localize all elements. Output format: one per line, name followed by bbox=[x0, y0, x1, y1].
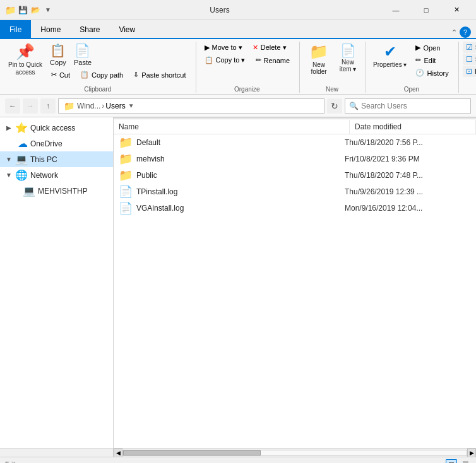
col-date-header[interactable]: Date modified bbox=[350, 120, 476, 134]
save-icon: 💾 bbox=[18, 5, 28, 15]
select-all-button[interactable]: ☑ Select all bbox=[463, 42, 476, 53]
history-icon: 🕐 bbox=[415, 69, 424, 77]
folder-icon: 📁 bbox=[5, 5, 15, 15]
main-area: ▶ ⭐ Quick access ☁ OneDrive ▼ 💻 This PC … bbox=[0, 117, 476, 448]
open-icon: 📂 bbox=[30, 5, 40, 15]
file-name-vgainstall: VGAinstall.log bbox=[136, 204, 341, 213]
clipboard-group: 📌 Pin to Quickaccess 📋 Copy 📄 Paste bbox=[3, 42, 196, 93]
quick-access-label: Quick access bbox=[30, 124, 75, 132]
tab-view[interactable]: View bbox=[109, 20, 145, 38]
back-button[interactable]: ← bbox=[5, 98, 20, 114]
sidebar-item-quick-access[interactable]: ▶ ⭐ Quick access bbox=[0, 120, 113, 136]
tab-share[interactable]: Share bbox=[70, 20, 109, 38]
select-buttons: ☑ Select all ☐ Select none ⊡ Invert sele… bbox=[463, 42, 476, 77]
clipboard-label: Clipboard bbox=[5, 85, 191, 93]
open-button[interactable]: ▶ Open bbox=[411, 42, 453, 54]
expand-arrow-network[interactable]: ▼ bbox=[5, 172, 13, 179]
search-input[interactable] bbox=[361, 102, 467, 110]
copy-path-button[interactable]: 📋 Copy path bbox=[76, 69, 128, 81]
sidebar-item-onedrive[interactable]: ☁ OneDrive bbox=[0, 136, 113, 151]
select-group-content: ☑ Select all ☐ Select none ⊡ Invert sele… bbox=[463, 42, 476, 85]
select-none-button[interactable]: ☐ Select none bbox=[463, 54, 476, 65]
cut-button[interactable]: ✂ Cut bbox=[47, 69, 74, 81]
new-item-button[interactable]: 📄 Newitem ▾ bbox=[335, 42, 360, 74]
paste-icon: 📄 bbox=[74, 44, 90, 57]
expand-arrow-this-pc[interactable]: ▼ bbox=[5, 156, 13, 163]
invert-icon: ⊡ bbox=[466, 67, 472, 76]
copy-icon: 📋 bbox=[50, 44, 66, 57]
tab-home[interactable]: Home bbox=[31, 20, 70, 38]
copy-button[interactable]: 📋 Copy bbox=[47, 42, 69, 68]
sidebar: ▶ ⭐ Quick access ☁ OneDrive ▼ 💻 This PC … bbox=[0, 117, 114, 448]
refresh-button[interactable]: ↻ bbox=[327, 98, 342, 114]
copy-to-button[interactable]: 📋 Copy to ▾ bbox=[200, 54, 250, 66]
address-bar: ← → ↑ 📁 Wind... › Users ▼ ↻ 🔍 bbox=[0, 95, 476, 117]
up-button[interactable]: ↑ bbox=[40, 98, 56, 114]
file-row-default[interactable]: 📁 Default Thu/6/18/2020 7:56 P... bbox=[114, 134, 476, 151]
invert-selection-button[interactable]: ⊡ Invert selection bbox=[463, 66, 476, 77]
ribbon-collapse-icon[interactable]: ⌃ bbox=[451, 28, 457, 37]
delete-button[interactable]: ✕ Delete ▾ bbox=[248, 42, 291, 54]
file-name-mehvish: mehvish bbox=[136, 155, 341, 163]
scroll-left-button[interactable]: ◀ bbox=[114, 448, 122, 457]
pin-icon: 📌 bbox=[16, 44, 35, 59]
new-folder-button[interactable]: 📁 Newfolder bbox=[304, 42, 334, 77]
file-list-area: Name Date modified 📁 Default Thu/6/18/20… bbox=[114, 117, 476, 448]
select-all-icon: ☑ bbox=[466, 43, 473, 52]
paste-button[interactable]: 📄 Paste bbox=[71, 42, 95, 68]
delete-icon: ✕ bbox=[253, 44, 258, 52]
file-row-mehvish[interactable]: 📁 mehvish Fri/10/8/2021 9:36 PM bbox=[114, 151, 476, 167]
file-date-public: Thu/6/18/2020 7:48 P... bbox=[345, 171, 471, 180]
organize-group-content: ▶ Move to ▾ ✕ Delete ▾ 📋 Copy to ▾ ✏ bbox=[200, 42, 295, 85]
title-bar: 📁 💾 📂 ▼ Users — □ ✕ bbox=[0, 0, 476, 20]
ribbon-tabs: File Home Share View ⌃ ? bbox=[0, 20, 476, 39]
dropdown-arrow-icon[interactable]: ▼ bbox=[43, 5, 53, 15]
window-title: Users bbox=[58, 6, 381, 15]
sidebar-item-this-pc[interactable]: ▼ 💻 This PC bbox=[0, 151, 113, 167]
item-count: 5 items bbox=[5, 460, 30, 464]
title-bar-icons: 📁 💾 📂 ▼ bbox=[5, 5, 53, 15]
forward-button[interactable]: → bbox=[23, 98, 38, 114]
cut-icon: ✂ bbox=[51, 71, 57, 79]
edit-button[interactable]: ✏ Edit bbox=[411, 54, 453, 66]
properties-button[interactable]: ✔ Properties ▾ bbox=[370, 42, 410, 70]
maximize-button[interactable]: □ bbox=[412, 0, 441, 20]
address-path[interactable]: 📁 Wind... › Users ▼ bbox=[58, 98, 324, 114]
rename-button[interactable]: ✏ Rename bbox=[251, 54, 295, 66]
scroll-thumb[interactable] bbox=[123, 450, 261, 455]
sidebar-item-mehvishthp[interactable]: 💻 MEHVISHTHP bbox=[0, 183, 113, 199]
path-part2[interactable]: Users bbox=[105, 102, 125, 110]
path-part1[interactable]: Wind... bbox=[77, 102, 100, 110]
search-box[interactable]: 🔍 bbox=[345, 98, 471, 114]
expand-arrow-quick-access[interactable]: ▶ bbox=[5, 124, 13, 131]
details-view-button[interactable]: ⊞ bbox=[446, 459, 457, 464]
path-dropdown-icon[interactable]: ▼ bbox=[128, 102, 134, 109]
scroll-right-button[interactable]: ▶ bbox=[467, 448, 476, 457]
star-icon: ⭐ bbox=[15, 122, 28, 134]
path-separator1: › bbox=[102, 102, 104, 110]
file-row-vgainstall[interactable]: 📄 VGAinstall.log Mon/9/16/2019 12:04... bbox=[114, 200, 476, 216]
edit-icon: ✏ bbox=[415, 56, 421, 64]
file-row-tpinstall[interactable]: 📄 TPinstall.log Thu/9/26/2019 12:39 ... bbox=[114, 184, 476, 200]
scroll-track[interactable] bbox=[122, 450, 467, 456]
minimize-button[interactable]: — bbox=[381, 0, 410, 20]
move-to-button[interactable]: ▶ Move to ▾ bbox=[200, 42, 247, 54]
tab-file[interactable]: File bbox=[0, 20, 31, 38]
this-pc-icon: 💻 bbox=[15, 153, 28, 165]
sidebar-item-network[interactable]: ▼ 🌐 Network bbox=[0, 167, 113, 183]
file-date-tpinstall: Thu/9/26/2019 12:39 ... bbox=[345, 187, 471, 196]
path-folder-icon: 📁 bbox=[64, 101, 74, 111]
new-group: 📁 Newfolder 📄 Newitem ▾ New bbox=[301, 42, 366, 93]
paste-shortcut-button[interactable]: ⇩ Paste shortcut bbox=[129, 69, 190, 81]
pin-to-quick-access-button[interactable]: 📌 Pin to Quickaccess bbox=[5, 42, 45, 78]
network-label: Network bbox=[30, 171, 58, 180]
file-row-public[interactable]: 📁 Public Thu/6/18/2020 7:48 P... bbox=[114, 167, 476, 184]
copy-path-icon: 📋 bbox=[80, 71, 89, 79]
ribbon: 📌 Pin to Quickaccess 📋 Copy 📄 Paste bbox=[0, 39, 476, 95]
help-icon[interactable]: ? bbox=[460, 26, 471, 38]
history-button[interactable]: 🕐 History bbox=[411, 67, 453, 79]
this-pc-label: This PC bbox=[30, 155, 57, 164]
new-group-content: 📁 Newfolder 📄 Newitem ▾ bbox=[304, 42, 360, 85]
close-button[interactable]: ✕ bbox=[442, 0, 471, 20]
col-name-header[interactable]: Name bbox=[114, 120, 350, 134]
